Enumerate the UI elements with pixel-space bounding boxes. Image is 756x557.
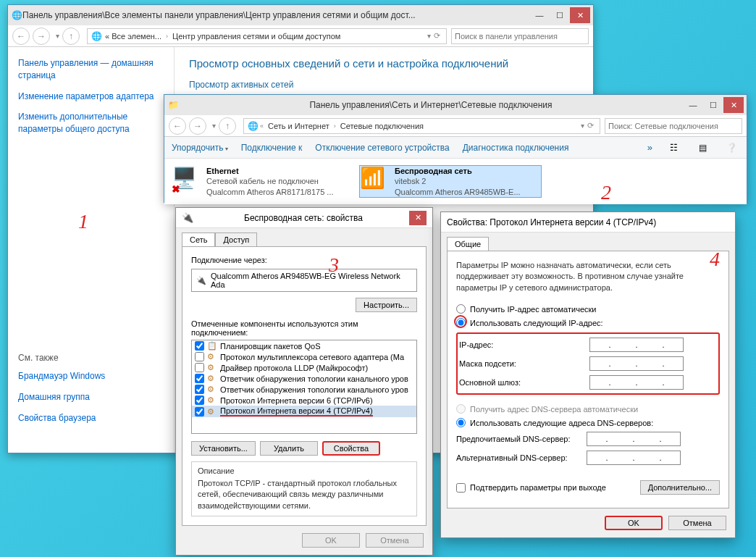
search-input[interactable]: [605, 118, 742, 134]
advanced-button[interactable]: Дополнительно...: [640, 480, 720, 495]
dns2-field[interactable]: ...: [587, 451, 681, 465]
ip-manual-radio-row[interactable]: Использовать следующий IP-адрес:: [456, 316, 720, 330]
adapter-wifi[interactable]: 📶 Беспроводная сеть vitebsk 2 Qualcomm A…: [360, 166, 541, 197]
tab-network[interactable]: Сеть: [182, 233, 215, 246]
view-icon[interactable]: ☷: [665, 140, 681, 156]
dns-manual-radio[interactable]: [456, 418, 466, 427]
minimize-button[interactable]: —: [683, 97, 703, 113]
annotation-4: 4: [710, 248, 720, 271]
tab-sharing[interactable]: Доступ: [215, 233, 257, 246]
component-row[interactable]: ⚙Протокол мультиплексора сетевого адапте…: [192, 351, 416, 362]
organize-menu[interactable]: Упорядочить: [172, 143, 228, 153]
ip-auto-radio-row[interactable]: Получить IP-адрес автоматически: [456, 302, 720, 316]
close-button[interactable]: ✕: [570, 7, 590, 23]
validate-checkbox[interactable]: [456, 483, 466, 493]
component-checkbox[interactable]: [195, 341, 204, 351]
breadcrumb[interactable]: Сетевые подключения: [337, 122, 427, 130]
properties-button[interactable]: Свойства: [322, 441, 380, 456]
dns-manual-label: Использовать следующие адреса DNS-сервер…: [470, 419, 653, 427]
component-label: Планировщик пакетов QoS: [220, 342, 321, 351]
component-checkbox[interactable]: [195, 407, 204, 416]
configure-button[interactable]: Настроить...: [356, 298, 417, 312]
adapter-ethernet[interactable]: 🖥️✖ Ethernet Сетевой кабель не подключен…: [172, 166, 353, 197]
recent-dropdown-icon[interactable]: ▾: [53, 32, 62, 40]
help-icon[interactable]: ❔: [723, 140, 739, 156]
close-button[interactable]: ✕: [409, 211, 427, 225]
dns-auto-radio-row[interactable]: Получить адрес DNS-сервера автоматически: [456, 402, 720, 416]
component-icon: ⚙: [207, 363, 217, 372]
sidebar-sharing-link[interactable]: Изменить дополнительные параметры общего…: [18, 111, 164, 135]
disable-button[interactable]: Отключение сетевого устройства: [315, 143, 449, 153]
dns-manual-radio-row[interactable]: Использовать следующие адреса DNS-сервер…: [456, 416, 720, 430]
disconnected-icon: ✖: [172, 183, 180, 195]
up-button[interactable]: ↑: [62, 28, 80, 45]
component-row[interactable]: ⚙Драйвер протокола LLDP (Майкрософт): [192, 362, 416, 373]
sidebar-adapter-link[interactable]: Изменение параметров адаптера: [18, 91, 164, 103]
component-checkbox[interactable]: [195, 395, 204, 405]
component-icon: ⚙: [207, 385, 217, 394]
remove-button[interactable]: Удалить: [260, 441, 318, 456]
close-button[interactable]: ✕: [723, 97, 744, 113]
sidebar-browser-link[interactable]: Свойства браузера: [18, 412, 164, 424]
install-button[interactable]: Установить...: [191, 441, 256, 456]
component-checkbox[interactable]: [195, 363, 204, 372]
back-button[interactable]: ←: [169, 117, 186, 135]
component-row[interactable]: 📋Планировщик пакетов QoS: [192, 340, 416, 351]
ok-button[interactable]: OK: [605, 516, 663, 530]
adapter-name: Qualcomm Atheros AR9485WB-EG Wireless Ne…: [211, 272, 412, 289]
component-row[interactable]: ⚙Ответчик обнаружения топологии канально…: [192, 373, 416, 384]
gateway-field[interactable]: ...: [589, 375, 684, 390]
more-icon[interactable]: »: [647, 142, 652, 153]
address-bar[interactable]: 🌐 « Сеть и Интернет › Сетевые подключени…: [243, 118, 600, 134]
cancel-button[interactable]: Отмена: [668, 516, 726, 530]
ok-button[interactable]: OK: [302, 533, 360, 548]
dns2-label: Альтернативный DNS-сервер:: [456, 453, 587, 462]
sidebar-homegroup-link[interactable]: Домашняя группа: [18, 391, 164, 403]
gateway-label: Основной шлюз:: [459, 378, 589, 387]
up-button[interactable]: ↑: [219, 117, 236, 135]
component-row[interactable]: ⚙Протокол Интернета версии 6 (TCP/IPv6): [192, 395, 416, 406]
maximize-button[interactable]: ☐: [550, 7, 570, 23]
component-checkbox[interactable]: [195, 374, 204, 383]
preview-icon[interactable]: ▤: [694, 140, 710, 156]
connect-button[interactable]: Подключение к: [241, 143, 303, 153]
adapter-name: Беспроводная сеть: [395, 166, 521, 176]
refresh-icon[interactable]: ⟳: [584, 121, 597, 130]
maximize-button[interactable]: ☐: [703, 97, 723, 113]
breadcrumb[interactable]: Сеть и Интернет: [265, 122, 332, 130]
tab-general[interactable]: Общие: [447, 237, 489, 251]
breadcrumb[interactable]: « Все элемен...: [102, 32, 164, 41]
titlebar: 📁 Панель управления\Сеть и Интернет\Сете…: [164, 95, 747, 115]
connect-via-label: Подключение через:: [191, 256, 417, 264]
search-input[interactable]: [451, 28, 589, 44]
ip-address-field[interactable]: ...: [589, 338, 684, 352]
validate-label: Подтвердить параметры при выходе: [470, 483, 606, 492]
component-checkbox[interactable]: [195, 385, 204, 394]
cancel-button[interactable]: Отмена: [366, 533, 424, 548]
component-checkbox[interactable]: [195, 352, 204, 361]
recent-dropdown-icon[interactable]: ▾: [209, 122, 219, 130]
component-row[interactable]: ⚙Протокол Интернета версии 4 (TCP/IPv4): [192, 406, 416, 417]
subnet-field[interactable]: ...: [589, 356, 684, 371]
subnet-label: Маска подсети:: [459, 359, 589, 368]
refresh-icon[interactable]: ⟳: [431, 31, 443, 41]
diagnose-button[interactable]: Диагностика подключения: [463, 143, 569, 153]
component-row[interactable]: ⚙Ответчик обнаружения топологии канально…: [192, 384, 416, 395]
dns1-field[interactable]: ...: [587, 432, 681, 446]
component-label: Ответчик обнаружения топологии канальног…: [220, 385, 408, 394]
window-title: Панель управления\Сеть и Интернет\Сетевы…: [179, 100, 683, 110]
network-icon: 🌐: [91, 30, 102, 42]
breadcrumb[interactable]: Центр управления сетями и общим доступом: [169, 32, 343, 41]
component-list[interactable]: 📋Планировщик пакетов QoS ⚙Протокол мульт…: [191, 340, 417, 434]
forward-button[interactable]: →: [189, 117, 206, 135]
address-bar[interactable]: 🌐 « Все элемен... › Центр управления сет…: [87, 28, 447, 44]
minimize-button[interactable]: —: [529, 7, 550, 23]
back-button[interactable]: ←: [12, 28, 30, 45]
adapter-field: 🔌 Qualcomm Atheros AR9485WB-EG Wireless …: [191, 269, 417, 292]
sidebar: Панель управления — домашняя страница Из…: [8, 47, 175, 453]
sidebar-firewall-link[interactable]: Брандмауэр Windows: [18, 370, 164, 382]
sidebar-home-link[interactable]: Панель управления — домашняя страница: [18, 57, 164, 82]
forward-button[interactable]: →: [33, 28, 50, 45]
window-title: Панель управления\Все элементы панели уп…: [22, 10, 529, 20]
ip-auto-radio[interactable]: [456, 304, 466, 314]
